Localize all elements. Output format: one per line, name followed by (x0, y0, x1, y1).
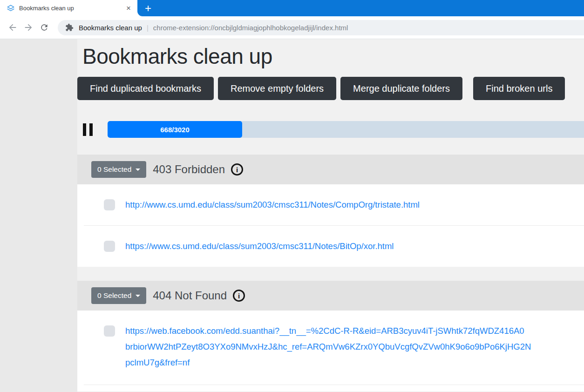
refresh-button[interactable] (36, 20, 52, 35)
progress-row: 668/3020 (77, 121, 584, 138)
forward-button[interactable] (20, 20, 36, 35)
section-403-forbidden: 0 Selected 403 Forbidden i http://www.cs… (77, 155, 584, 267)
section-title: 404 Not Found (153, 289, 227, 302)
merge-duplicate-folders-button[interactable]: Merge duplicate folders (340, 77, 462, 100)
bookmark-link-line: https://web.facebook.com/edd.suanthai?__… (125, 323, 531, 339)
extension-puzzle-icon (65, 23, 74, 32)
section-body: http://www.cs.umd.edu/class/sum2003/cmsc… (77, 184, 584, 267)
section-404-not-found: 0 Selected 404 Not Found i https://web.f… (77, 281, 584, 392)
address-page-name: Bookmarks clean up (79, 24, 142, 32)
selected-dropdown[interactable]: 0 Selected (91, 161, 146, 178)
progress-label: 668/3020 (160, 126, 190, 134)
chevron-down-icon (136, 295, 140, 297)
bookmark-checkbox[interactable] (104, 241, 115, 252)
new-tab-button[interactable]: + (145, 3, 151, 14)
section-header: 0 Selected 403 Forbidden i (77, 155, 584, 184)
action-buttons-row: Find duplicated bookmarks Remove empty f… (77, 77, 584, 100)
bookmark-link-line: brbiorWW2htPZeyt8O3YXo9NMvxHzJ&hc_ref=AR… (125, 339, 531, 355)
address-separator: | (147, 24, 149, 32)
page-title: Bookmarks clean up (77, 39, 584, 69)
selected-dropdown-label: 0 Selected (97, 165, 131, 174)
tab-close-icon[interactable]: × (124, 3, 133, 13)
bookmark-row: http://www.cs.umd.edu/class/sum2003/cmsc… (77, 184, 584, 225)
bookmark-row: https://www.cs.umd.edu/class/sum2003/cms… (77, 226, 584, 267)
bookmark-link[interactable]: https://web.facebook.com/edd.suanthai?__… (125, 323, 531, 371)
selected-dropdown[interactable]: 0 Selected (91, 287, 146, 304)
section-body: https://web.facebook.com/edd.suanthai?__… (77, 311, 584, 392)
bookmark-checkbox[interactable] (104, 325, 115, 337)
selected-dropdown-label: 0 Selected (97, 291, 131, 300)
tab-title: Bookmarks clean up (19, 5, 124, 12)
chevron-down-icon (136, 169, 140, 171)
section-header: 0 Selected 404 Not Found i (77, 281, 584, 311)
address-url: chrome-extension://oncbjlgldmiagjophlhob… (153, 24, 348, 32)
find-broken-urls-button[interactable]: Find broken urls (473, 77, 565, 100)
address-bar[interactable]: Bookmarks clean up | chrome-extension://… (58, 20, 584, 35)
browser-toolbar: Bookmarks clean up | chrome-extension://… (0, 16, 584, 39)
back-button[interactable] (5, 20, 20, 35)
main-content: Bookmarks clean up Find duplicated bookm… (77, 39, 584, 392)
extension-favicon-icon (7, 4, 15, 13)
section-title: 403 Forbidden (153, 163, 225, 176)
clipped-next-row (77, 385, 584, 392)
find-duplicated-bookmarks-button[interactable]: Find duplicated bookmarks (77, 77, 214, 100)
info-icon[interactable]: i (233, 290, 245, 302)
remove-empty-folders-button[interactable]: Remove empty folders (218, 77, 336, 100)
browser-tab[interactable]: Bookmarks clean up × (0, 0, 137, 16)
bookmark-checkbox[interactable] (104, 199, 115, 210)
bookmark-link-line: pclmU7g&fref=nf (125, 355, 531, 371)
extension-page: Bookmarks clean up Find duplicated bookm… (0, 39, 584, 392)
progress-fill: 668/3020 (108, 121, 242, 138)
bookmark-row: https://web.facebook.com/edd.suanthai?__… (77, 311, 584, 385)
info-icon[interactable]: i (231, 163, 243, 176)
browser-chrome: + Bookmarks clean up × Book (0, 0, 584, 39)
progress-bar: 668/3020 (108, 121, 584, 138)
tab-strip: + Bookmarks clean up × (0, 0, 584, 16)
pause-icon[interactable] (83, 123, 93, 136)
bookmark-link[interactable]: https://www.cs.umd.edu/class/sum2003/cms… (125, 241, 394, 251)
bookmark-link[interactable]: http://www.cs.umd.edu/class/sum2003/cmsc… (125, 200, 420, 210)
tab-strip-background: + (137, 0, 584, 16)
